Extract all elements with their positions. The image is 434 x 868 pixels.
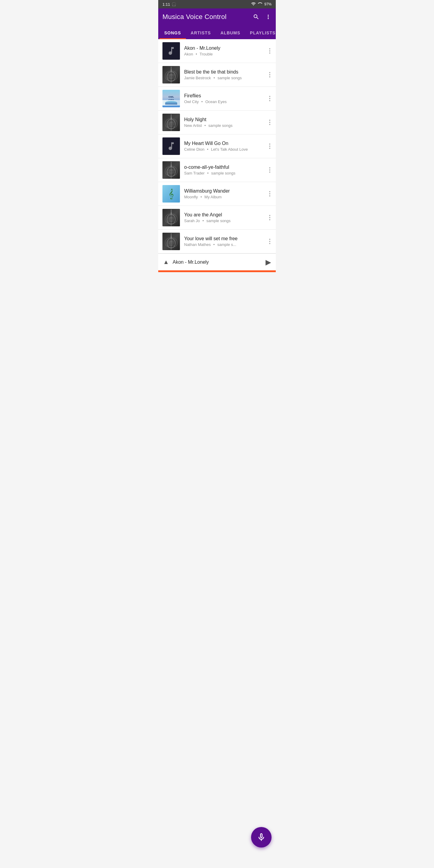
separator: • [201,99,203,104]
list-item[interactable]: My Heart Will Go On Celine Dion • Let's … [158,134,276,158]
song-info: My Heart Will Go On Celine Dion • Let's … [184,141,268,152]
separator: • [207,147,209,152]
list-item[interactable]: Blest be the tie that binds Jamie Bestro… [158,63,276,87]
separator: • [214,76,215,80]
artist-name: Sarah Jo [184,218,200,223]
song-info: Williamsburg Wander Moonfly • My Album [184,188,268,199]
album-art: 𝄞 [162,185,180,203]
song-title: Akon - Mr.Lonely [184,45,268,51]
status-time: 1:11 [162,2,170,7]
status-bar: 1:11 🎧 97% [158,0,276,8]
album-art [162,209,180,226]
album-name: sample songs [211,171,236,176]
album-name: My Album [204,195,221,199]
album-name: sample s... [217,242,236,247]
song-more-button[interactable] [268,70,272,80]
song-list: Akon - Mr.Lonely Akon • Trouble [158,39,276,253]
song-meta: Celine Dion • Let's Talk About Love [184,147,268,152]
player-expand-button[interactable]: ▲ [163,258,169,266]
album-name: sample songs [208,123,232,128]
album-art: OWLCITY [162,90,180,107]
artist-name: Jamie Bestrock [184,76,211,80]
song-more-button[interactable] [268,189,272,199]
song-title: You are the Angel [184,212,268,218]
bottom-bar [158,270,276,272]
list-item[interactable]: Your love will set me free Nathan Mathes… [158,230,276,253]
album-art [162,137,180,155]
bottom-player: ▲ Akon - Mr.Lonely ▶ [158,253,276,270]
song-more-button[interactable] [268,236,272,247]
app-header: Musica Voice Control [158,8,276,25]
separator: • [207,171,209,176]
song-meta: Sam Trader • sample songs [184,171,268,176]
artist-name: Owl City [184,99,198,104]
signal-icon [258,1,262,7]
status-left: 1:11 🎧 [162,2,176,7]
song-info: You are the Angel Sarah Jo • sample song… [184,212,268,223]
artist-name: New Artist [184,123,202,128]
album-name: sample songs [207,218,230,223]
tab-albums[interactable]: ALBUMS [216,26,245,39]
now-playing-label: Akon - Mr.Lonely [173,259,266,265]
song-more-button[interactable] [268,141,272,151]
song-meta: Jamie Bestrock • sample songs [184,76,268,80]
song-more-button[interactable] [268,93,272,104]
album-art [162,161,180,179]
song-more-button[interactable] [268,46,272,56]
album-art [162,114,180,131]
song-more-button[interactable] [268,117,272,127]
song-info: Holy Night New Artist • sample songs [184,117,268,128]
list-item[interactable]: 𝄞 Williamsburg Wander Moonfly • My Album [158,182,276,206]
list-item[interactable]: OWLCITY Fireflies Owl City • Ocean Eyes [158,87,276,111]
separator: • [200,195,202,199]
overflow-menu-button[interactable] [265,13,272,20]
song-meta: Sarah Jo • sample songs [184,218,268,223]
album-name: Ocean Eyes [205,99,227,104]
play-button[interactable]: ▶ [266,258,271,267]
album-art [162,42,180,60]
song-meta: New Artist • sample songs [184,123,268,128]
album-name: Let's Talk About Love [211,147,248,152]
song-title: Fireflies [184,93,268,98]
album-art [162,233,180,250]
separator: • [204,123,206,128]
song-meta: Owl City • Ocean Eyes [184,99,268,104]
album-name: Trouble [199,52,213,56]
list-item[interactable]: You are the Angel Sarah Jo • sample song… [158,206,276,230]
separator: • [195,52,197,56]
tab-bar: SONGS ARTISTS ALBUMS PLAYLISTS GE... [158,25,276,39]
battery-text: 97% [264,2,272,6]
list-item[interactable]: Akon - Mr.Lonely Akon • Trouble [158,39,276,63]
song-title: Holy Night [184,117,268,122]
separator: • [213,242,215,247]
album-art [162,66,180,84]
song-title: o-come-all-ye-faithful [184,164,268,170]
song-info: o-come-all-ye-faithful Sam Trader • samp… [184,164,268,176]
app-title: Musica Voice Control [162,13,253,21]
song-meta: Moonfly • My Album [184,195,268,199]
album-name: sample songs [218,76,242,80]
headphone-icon: 🎧 [172,2,176,7]
wifi-icon [251,1,256,7]
tab-playlists[interactable]: PLAYLISTS [245,26,276,39]
song-info: Fireflies Owl City • Ocean Eyes [184,93,268,104]
list-item[interactable]: Holy Night New Artist • sample songs [158,111,276,134]
tab-songs[interactable]: SONGS [159,26,186,39]
artist-name: Celine Dion [184,147,204,152]
separator: • [203,218,204,223]
song-title: Blest be the tie that binds [184,69,268,75]
song-info: Blest be the tie that binds Jamie Bestro… [184,69,268,80]
song-more-button[interactable] [268,213,272,223]
artist-name: Nathan Mathes [184,242,211,247]
artist-name: Moonfly [184,195,198,199]
song-more-button[interactable] [268,165,272,175]
search-button[interactable] [253,13,259,20]
song-meta: Nathan Mathes • sample s... [184,242,268,247]
tab-artists[interactable]: ARTISTS [186,26,216,39]
header-icons [253,13,272,20]
song-info: Your love will set me free Nathan Mathes… [184,236,268,247]
list-item[interactable]: o-come-all-ye-faithful Sam Trader • samp… [158,158,276,182]
status-right: 97% [251,1,272,7]
song-title: Williamsburg Wander [184,188,268,194]
artist-name: Sam Trader [184,171,205,176]
